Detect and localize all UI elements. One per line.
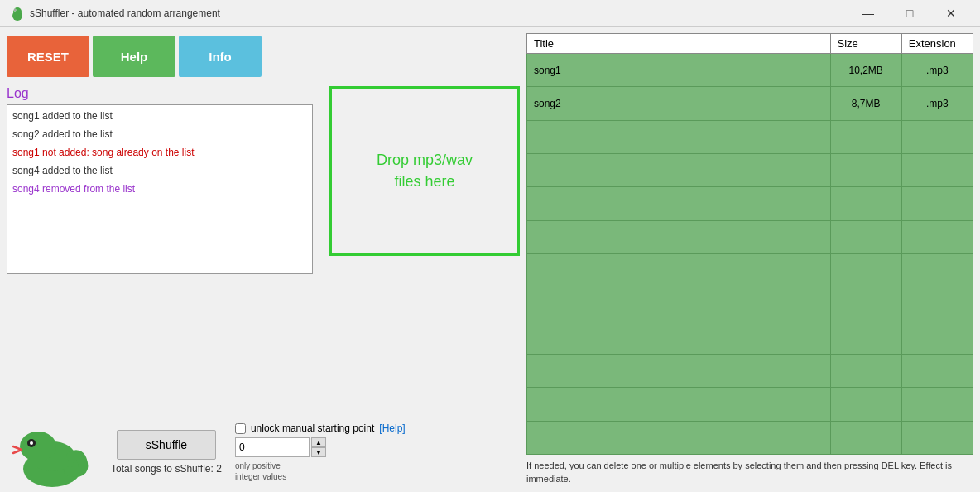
list-item: song4 added to the list [12, 165, 307, 176]
cell-title: song1 [527, 54, 831, 87]
delete-hint: If needed, you can delete one or multipl… [526, 460, 973, 485]
bottom-bar: sShuffle Total songs to sShuffle: 2 unlo… [7, 419, 520, 485]
table-row[interactable] [527, 321, 973, 354]
corner-bl [329, 239, 346, 256]
title-bar: sShuffler - automated random arrangement… [0, 0, 980, 27]
cell-extension-empty [901, 421, 973, 454]
col-header-title: Title [527, 34, 831, 54]
corner-tr [503, 86, 520, 103]
table-row[interactable] [527, 254, 973, 287]
cell-extension-empty [901, 220, 973, 253]
table-row[interactable]: song2 8,7MB .mp3 [527, 87, 973, 120]
drop-zone-text: Drop mp3/wavfiles here [377, 150, 473, 191]
cell-size: 8,7MB [830, 87, 901, 120]
maximize-button[interactable]: □ [891, 0, 929, 27]
drop-zone[interactable]: Drop mp3/wavfiles here [329, 86, 520, 256]
app-icon [10, 6, 25, 21]
svg-point-6 [20, 432, 56, 461]
file-table: Title Size Extension song1 10,2MB .mp3 s… [526, 33, 973, 455]
list-item: song1 not added: song already on the lis… [12, 147, 307, 158]
cell-title-empty [527, 421, 831, 454]
cell-extension-empty [901, 388, 973, 421]
cell-size: 10,2MB [830, 54, 901, 87]
log-label: Log [7, 86, 323, 101]
spin-up-button[interactable]: ▲ [311, 437, 326, 447]
spin-row: ▲ ▼ [235, 437, 406, 457]
cell-extension: .mp3 [901, 54, 973, 87]
hint-line2: integer values [235, 472, 286, 481]
cell-title-empty [527, 321, 831, 354]
svg-point-1 [13, 7, 22, 16]
close-button[interactable]: ✕ [932, 0, 970, 27]
cell-size-empty [830, 388, 901, 421]
cell-title-empty [527, 154, 831, 187]
table-header-row: Title Size Extension [527, 34, 973, 54]
help-button[interactable]: Help [93, 36, 175, 77]
cell-extension-empty [901, 321, 973, 354]
cell-size-empty [830, 355, 901, 388]
sshuffle-group: sShuffle Total songs to sShuffle: 2 [111, 430, 222, 475]
cell-extension: .mp3 [901, 87, 973, 120]
cell-extension-empty [901, 187, 973, 220]
window-controls: — □ ✕ [849, 0, 970, 27]
svg-point-3 [14, 9, 15, 10]
spin-buttons: ▲ ▼ [311, 437, 326, 457]
svg-point-8 [30, 441, 33, 445]
minimize-button[interactable]: — [849, 0, 887, 27]
snake-illustration [7, 415, 98, 490]
cell-title-empty [527, 355, 831, 388]
main-content: RESET Help Info Log song1 added to the l… [0, 27, 980, 492]
hint-text: only positive integer values [235, 461, 406, 482]
cell-extension-empty [901, 287, 973, 321]
table-row[interactable] [527, 120, 973, 153]
left-panel: RESET Help Info Log song1 added to the l… [7, 33, 520, 485]
table-row[interactable] [527, 421, 973, 454]
hint-line1: only positive [235, 461, 281, 470]
window-title: sShuffler - automated random arrangement [30, 7, 849, 19]
reset-button[interactable]: RESET [7, 36, 89, 77]
cell-title-empty [527, 388, 831, 421]
log-section: Log song1 added to the list song2 added … [7, 86, 323, 412]
spin-down-button[interactable]: ▼ [311, 447, 326, 457]
manual-start-group: unlock manual starting point [Help] ▲ ▼ … [235, 422, 406, 482]
log-box: song1 added to the list song2 added to t… [7, 104, 313, 274]
cell-extension-empty [901, 120, 973, 153]
cell-size-empty [830, 287, 901, 321]
info-button[interactable]: Info [179, 36, 262, 77]
cell-title-empty [527, 287, 831, 321]
right-panel: Title Size Extension song1 10,2MB .mp3 s… [526, 33, 973, 485]
col-header-size: Size [830, 34, 901, 54]
cell-title-empty [527, 254, 831, 287]
cell-extension-empty [901, 154, 973, 187]
cell-size-empty [830, 154, 901, 187]
table-row[interactable] [527, 388, 973, 421]
cell-size-empty [830, 187, 901, 220]
list-item: song2 added to the list [12, 128, 307, 140]
cell-extension-empty [901, 254, 973, 287]
start-point-input[interactable] [235, 437, 310, 457]
table-row[interactable] [527, 287, 973, 321]
cell-size-empty [830, 254, 901, 287]
help-link[interactable]: [Help] [379, 422, 405, 434]
table-row[interactable] [527, 154, 973, 187]
table-row[interactable] [527, 220, 973, 253]
checkbox-row: unlock manual starting point [Help] [235, 422, 406, 434]
unlock-label: unlock manual starting point [251, 422, 374, 434]
cell-title-empty [527, 120, 831, 153]
cell-size-empty [830, 321, 901, 354]
unlock-checkbox[interactable] [235, 423, 246, 434]
table-row[interactable]: song1 10,2MB .mp3 [527, 54, 973, 87]
table-row[interactable] [527, 187, 973, 220]
sshuffle-button[interactable]: sShuffle [117, 430, 216, 460]
cell-title-empty [527, 220, 831, 253]
cell-title: song2 [527, 87, 831, 120]
cell-extension-empty [901, 355, 973, 388]
cell-size-empty [830, 421, 901, 454]
table-row[interactable] [527, 355, 973, 388]
cell-size-empty [830, 220, 901, 253]
list-item: song1 added to the list [12, 110, 307, 122]
list-item: song4 removed from the list [12, 183, 307, 195]
cell-title-empty [527, 187, 831, 220]
toolbar: RESET Help Info [7, 33, 520, 80]
cell-size-empty [830, 120, 901, 153]
